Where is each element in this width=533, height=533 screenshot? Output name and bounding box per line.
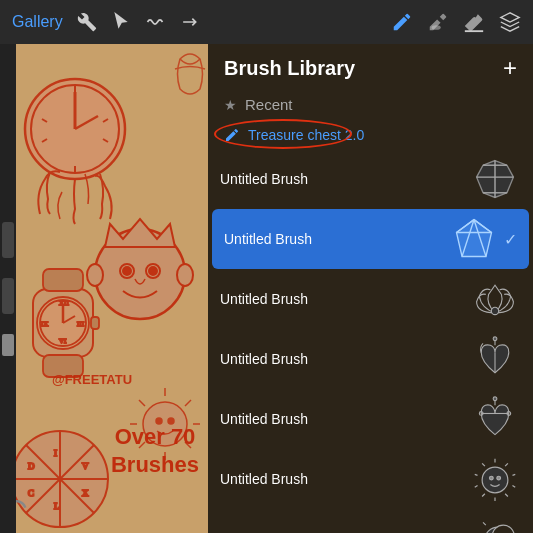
transform-icon[interactable] (179, 12, 199, 32)
svg-text:XII: XII (59, 299, 69, 307)
brush-item-name-1: Untitled Brush (220, 171, 469, 187)
svg-text:IX: IX (41, 320, 48, 328)
svg-point-0 (432, 25, 441, 30)
svg-text:V: V (82, 461, 89, 471)
selection-icon[interactable] (111, 12, 131, 32)
selected-checkmark: ✓ (504, 230, 517, 249)
svg-text:VI: VI (59, 337, 67, 345)
svg-line-83 (475, 485, 478, 487)
brush-thumb-7 (469, 513, 521, 533)
svg-text:C: C (28, 488, 34, 498)
brush-item-name-4: Untitled Brush (220, 351, 469, 367)
brush-item-name-6: Untitled Brush (220, 471, 469, 487)
brush-library-header: Brush Library + (208, 44, 533, 88)
brush-thumb-1 (469, 153, 521, 205)
brush-item-4[interactable]: Untitled Brush (208, 329, 533, 389)
svg-text:III: III (77, 320, 85, 328)
brush-item-5[interactable]: Untitled Brush (208, 389, 533, 449)
top-toolbar: Gallery (0, 0, 533, 44)
brush-thumb-4 (469, 333, 521, 385)
svg-point-75 (482, 467, 508, 493)
recent-category-row[interactable]: ★ Recent (208, 88, 533, 121)
svg-point-69 (493, 337, 497, 341)
brush-item-1[interactable]: Untitled Brush (208, 149, 533, 209)
canvas-drawing: XII III VI IX (0, 44, 208, 533)
wrench-icon[interactable] (77, 12, 97, 32)
svg-line-79 (512, 485, 515, 487)
brush-library-panel: Brush Library + ★ Recent Treasure chest … (208, 44, 533, 533)
treasure-chest-subcategory[interactable]: Treasure chest 2.0 (208, 121, 533, 149)
svg-text:L: L (54, 501, 60, 511)
toolbar-left: Gallery (12, 12, 199, 32)
svg-line-82 (482, 494, 485, 497)
svg-text:Over 70: Over 70 (115, 424, 196, 449)
svg-marker-61 (457, 220, 492, 257)
liquify-icon[interactable] (145, 12, 165, 32)
left-panel (0, 44, 16, 533)
svg-line-80 (505, 494, 508, 497)
smudge-icon[interactable] (427, 11, 449, 33)
recent-category-label: Recent (245, 96, 293, 113)
brush-library-title: Brush Library (224, 57, 355, 80)
svg-point-67 (491, 307, 498, 314)
svg-line-85 (482, 463, 485, 466)
add-brush-button[interactable]: + (503, 56, 517, 80)
svg-text:I: I (54, 448, 57, 458)
svg-point-29 (149, 267, 157, 275)
treasure-chest-label: Treasure chest 2.0 (248, 127, 364, 143)
brush-icon[interactable] (391, 11, 413, 33)
brush-item-name-5: Untitled Brush (220, 411, 469, 427)
svg-point-30 (87, 264, 103, 286)
pencil-arrow-icon (224, 127, 240, 143)
layers-icon[interactable] (499, 11, 521, 33)
brush-item-2[interactable]: Untitled Brush ✓ (212, 209, 529, 269)
opacity-slider[interactable] (2, 222, 14, 258)
size-slider[interactable] (2, 278, 14, 314)
svg-point-86 (489, 476, 493, 480)
brush-thumb-5 (469, 393, 521, 445)
brush-thumb-6 (469, 453, 521, 505)
star-icon: ★ (224, 97, 237, 113)
brush-item-name-2: Untitled Brush (224, 231, 448, 247)
brush-item-name-3: Untitled Brush (220, 291, 469, 307)
svg-text:D: D (28, 461, 35, 471)
svg-point-31 (177, 264, 193, 286)
toolbar-right (391, 11, 521, 33)
brush-item-3[interactable]: Untitled Brush (208, 269, 533, 329)
svg-text:Brushes: Brushes (111, 452, 199, 477)
watermark-text: @FREETATU (52, 372, 132, 387)
svg-text:X: X (82, 488, 89, 498)
svg-point-71 (493, 397, 497, 401)
gallery-button[interactable]: Gallery (12, 13, 63, 31)
brush-thumb-2 (448, 213, 500, 265)
svg-line-84 (475, 474, 478, 475)
svg-point-87 (497, 476, 501, 480)
svg-line-78 (512, 474, 515, 475)
canvas-area: XII III VI IX (0, 44, 208, 533)
color-swatch[interactable] (2, 334, 14, 356)
svg-rect-14 (43, 269, 83, 291)
brush-item-6[interactable]: Untitled Brush (208, 449, 533, 509)
svg-rect-24 (91, 317, 99, 329)
svg-line-77 (505, 463, 508, 466)
eraser-icon[interactable] (463, 11, 485, 33)
svg-point-89 (492, 525, 514, 533)
brush-thumb-3 (469, 273, 521, 325)
brush-list: Untitled Brush Untitled Brush (208, 149, 533, 533)
svg-line-90 (483, 522, 486, 525)
svg-point-28 (123, 267, 131, 275)
brush-item-7[interactable]: Untitled Brush (208, 509, 533, 533)
